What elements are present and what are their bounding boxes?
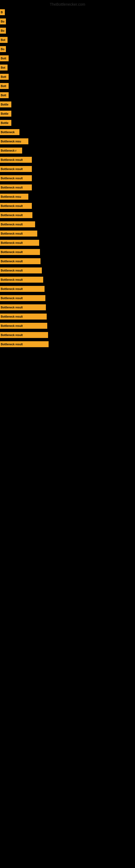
bar-row: Bottleneck result <box>0 321 135 330</box>
bar-label: Bott <box>0 83 9 89</box>
bar-row: Bottleneck resu <box>0 137 135 146</box>
bar-label: Bott <box>0 92 9 98</box>
bar-label: Bott <box>0 74 9 80</box>
bar-label: Bottleneck result <box>0 304 46 310</box>
bar-label: Bottleneck result <box>0 341 49 347</box>
bar-row: Bottleneck result <box>0 238 135 247</box>
bar-label: Bottle <box>0 101 11 107</box>
bar-row: Bottleneck resu <box>0 192 135 201</box>
bar-label: Bottleneck <box>0 129 19 135</box>
bar-label: Bott <box>0 55 9 61</box>
bar-label: Bottleneck result <box>0 212 32 218</box>
bar-label: Bottleneck result <box>0 332 48 338</box>
bar-label: Bottleneck result <box>0 184 32 190</box>
bar-label: Bot <box>0 65 8 70</box>
bar-row: Bottleneck result <box>0 201 135 211</box>
bar-row: Bottleneck result <box>0 275 135 284</box>
bar-row: Bo <box>0 17 135 26</box>
bar-label: Bo <box>0 19 6 24</box>
bar-label: Bottleneck result <box>0 258 41 264</box>
bar-row: Bottleneck r <box>0 146 135 155</box>
bar-row: Bottleneck result <box>0 183 135 192</box>
bar-row: B <box>0 8 135 17</box>
bar-row: Bo <box>0 44 135 54</box>
bar-row: Bottleneck result <box>0 155 135 164</box>
bar-label: Bottle <box>0 111 11 117</box>
bar-row: Bottleneck result <box>0 293 135 303</box>
bar-label: Bottleneck result <box>0 166 32 172</box>
bar-row: Bott <box>0 82 135 91</box>
bar-row: Bottleneck <box>0 127 135 137</box>
bar-row: Bottleneck result <box>0 220 135 229</box>
bar-row: Bottleneck result <box>0 174 135 183</box>
bar-label: Bottleneck r <box>0 148 22 154</box>
bar-label: Bottleneck result <box>0 230 37 237</box>
bar-label: Bo <box>0 46 6 52</box>
bar-row: Bot <box>0 63 135 72</box>
bar-label: Bottleneck resu <box>0 138 28 144</box>
bar-label: Bottleneck result <box>0 323 47 329</box>
bar-row: Bottleneck result <box>0 330 135 340</box>
bar-row: Bot <box>0 35 135 44</box>
bar-label: Bot <box>0 37 8 43</box>
bar-label: Bottleneck result <box>0 295 45 301</box>
bar-row: Bottleneck result <box>0 247 135 257</box>
bar-label: Bottleneck result <box>0 157 32 163</box>
bar-row: Bottle <box>0 118 135 127</box>
bar-row: Bottleneck result <box>0 164 135 174</box>
bars-container: BBoBoBotBoBottBotBottBottBottBottleBottl… <box>0 8 135 349</box>
bar-row: Bottle <box>0 109 135 118</box>
bar-row: Bottleneck result <box>0 266 135 275</box>
bar-label: Bottleneck result <box>0 277 43 283</box>
bar-label: Bottleneck result <box>0 175 32 181</box>
bar-row: Bottleneck result <box>0 340 135 349</box>
bar-row: Bott <box>0 91 135 100</box>
bar-row: Bottleneck result <box>0 211 135 220</box>
bar-label: Bottleneck result <box>0 221 35 227</box>
bar-row: Bo <box>0 26 135 35</box>
bar-label: Bottleneck result <box>0 314 47 319</box>
bar-row: Bottleneck result <box>0 229 135 238</box>
bar-label: Bottleneck result <box>0 286 45 292</box>
bar-row: Bottleneck result <box>0 284 135 293</box>
bar-row: Bottle <box>0 100 135 109</box>
bar-label: Bottleneck result <box>0 268 42 273</box>
site-title: TheBottlenecker.com <box>0 0 135 8</box>
bar-label: Bottle <box>0 120 11 126</box>
bar-label: Bottleneck result <box>0 240 39 246</box>
bar-label: Bottleneck resu <box>0 194 28 199</box>
bar-label: Bo <box>0 28 6 34</box>
bar-row: Bottleneck result <box>0 303 135 312</box>
bar-label: Bottleneck result <box>0 203 32 209</box>
bar-label: B <box>0 9 5 15</box>
bar-row: Bott <box>0 54 135 63</box>
bar-row: Bottleneck result <box>0 312 135 321</box>
bar-row: Bott <box>0 72 135 82</box>
bar-row: Bottleneck result <box>0 257 135 266</box>
bar-label: Bottleneck result <box>0 249 40 255</box>
